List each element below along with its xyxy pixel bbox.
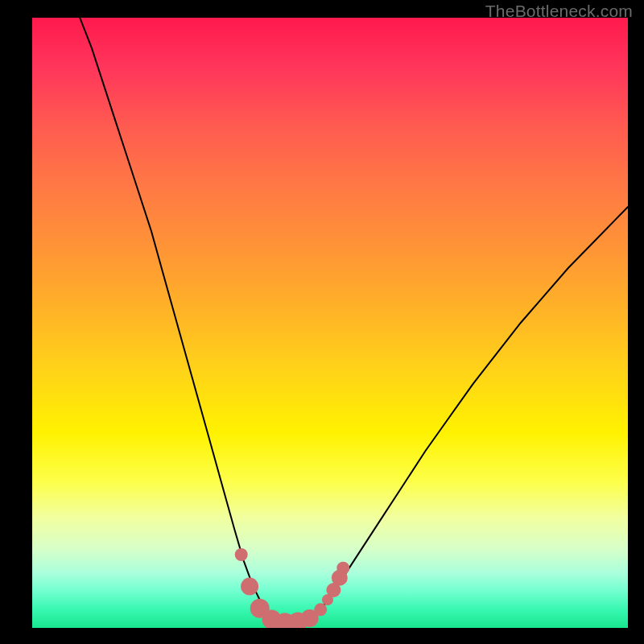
- watermark-text: TheBottleneck.com: [485, 2, 633, 21]
- marker-dot: [314, 603, 327, 616]
- marker-dot: [336, 562, 349, 575]
- marker-dot: [235, 548, 248, 561]
- curve-layer: [80, 18, 628, 625]
- chart-frame: TheBottleneck.com: [0, 0, 644, 644]
- marker-dot: [241, 578, 258, 596]
- bottleneck-curve-path: [80, 18, 628, 625]
- chart-svg: [32, 18, 628, 628]
- plot-area: [32, 18, 628, 628]
- marker-layer: [235, 548, 350, 628]
